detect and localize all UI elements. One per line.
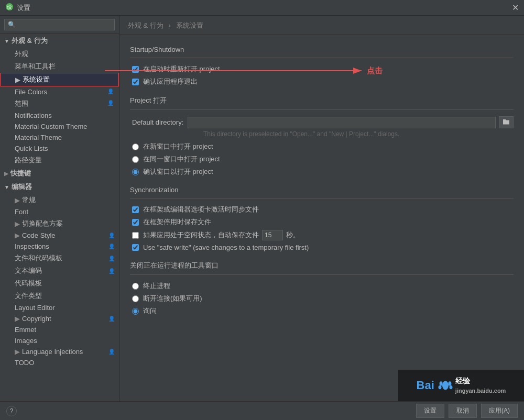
collapse-arrow-shortcuts: ▶ (4, 171, 8, 176)
sidebar-item-code-style-label: Code Style (22, 231, 56, 239)
titlebar: 设 设置 ✕ (0, 0, 524, 16)
sidebar-item-lang-injections[interactable]: ▶ Language Injections 👤 (0, 346, 119, 357)
sidebar-item-notifications[interactable]: Notifications (0, 110, 119, 121)
sidebar-item-quick-lists[interactable]: Quick Lists (0, 143, 119, 154)
reset-button[interactable]: 设置 (416, 404, 444, 418)
sidebar-item-inspections[interactable]: Inspections 👤 (0, 241, 119, 252)
sidebar-item-menubar[interactable]: 菜单和工具栏 (0, 60, 119, 73)
settings-content: Startup/Shutdown 在启动时重新打开 project 确认应用程序… (119, 35, 524, 401)
sidebar-item-material-custom-theme[interactable]: Material Custom Theme (0, 121, 119, 132)
sidebar-item-path-vars[interactable]: 路径变量 (0, 154, 119, 167)
bottom-bar: ? 设置 取消 应用(A) (0, 401, 524, 420)
sidebar-item-layout-editor-label: Layout Editor (15, 304, 55, 312)
close-button[interactable]: ✕ (512, 3, 519, 13)
sync-checkbox-0[interactable] (132, 206, 139, 213)
tools-radio-1[interactable] (132, 295, 139, 302)
startup-section-title: Startup/Shutdown (130, 46, 514, 53)
sync-label-3: Use "safe write" (save changes to a temp… (143, 244, 309, 251)
general-arrow: ▶ (15, 196, 20, 204)
code-style-user-icon: 👤 (108, 233, 115, 238)
project-radio-1[interactable] (132, 156, 139, 163)
folder-button[interactable] (499, 116, 514, 128)
sidebar-item-live-templates[interactable]: 代码模板 (0, 277, 119, 290)
tools-option-2: 询问 (130, 306, 514, 316)
sidebar-item-copyright-label: Copyright (22, 315, 51, 323)
sidebar-item-color-scheme[interactable]: ▶ 切换配色方案 (0, 217, 119, 230)
inspections-user-icon: 👤 (108, 244, 115, 249)
startup-option-0: 在启动时重新打开 project (130, 64, 514, 74)
help-icon[interactable]: ? (6, 406, 17, 416)
tools-section: 关闭正在运行进程的工具窗口 终止进程 断开连接(如果可用) 询问 (130, 261, 514, 316)
baidu-watermark: Bai 经验jingyan.baidu.com (398, 370, 524, 401)
sidebar-item-layout-editor[interactable]: Layout Editor (0, 302, 119, 313)
sidebar-item-live-templates-label: 代码模板 (15, 279, 42, 288)
tools-divider (130, 274, 514, 275)
code-style-arrow: ▶ (15, 231, 20, 239)
sidebar-item-font-label: Font (15, 208, 28, 216)
sidebar-item-material-theme-label: Material Theme (15, 134, 62, 141)
tools-radio-label-1: 断开连接(如果可用) (143, 294, 202, 303)
sidebar-item-copyright[interactable]: ▶ Copyright 👤 (0, 313, 119, 324)
sidebar-item-scope[interactable]: 范围 👤 (0, 97, 119, 110)
project-divider (130, 109, 514, 110)
sidebar-group-editor-label: 编辑器 (12, 182, 32, 192)
svg-point-5 (439, 381, 442, 385)
sidebar-item-appearance[interactable]: 外观 (0, 48, 119, 60)
startup-option-1: 确认应用程序退出 (130, 77, 514, 86)
sidebar-item-lang-injections-label: Language Injections (22, 348, 83, 356)
sidebar-item-file-templates[interactable]: 文件和代码模板 👤 (0, 252, 119, 264)
startup-checkbox-1[interactable] (132, 79, 139, 85)
default-dir-input[interactable] (188, 117, 496, 128)
sidebar-item-encoding-label: 文本编码 (15, 266, 42, 275)
sidebar-group-editor[interactable]: ▼ 编辑器 (0, 180, 119, 194)
tools-radio-2[interactable] (132, 308, 139, 315)
sidebar-item-file-templates-label: 文件和代码模板 (15, 253, 62, 263)
sync-section: Synchronization 在框架或编辑器选项卡激活时同步文件 在框架停用时… (130, 186, 514, 251)
copyright-user-icon: 👤 (108, 316, 115, 322)
project-option-2: 确认窗口以打开 project (130, 167, 514, 176)
sync-section-title: Synchronization (130, 186, 514, 194)
sidebar-item-images[interactable]: Images (0, 335, 119, 346)
sync-label-0: 在框架或编辑器选项卡激活时同步文件 (143, 205, 259, 214)
sidebar-item-emmet[interactable]: Emmet (0, 324, 119, 335)
sidebar-search-area (0, 16, 119, 34)
sidebar-item-file-types[interactable]: 文件类型 (0, 290, 119, 302)
sidebar-group-shortcuts[interactable]: ▶ 快捷键 (0, 167, 119, 180)
sync-checkbox-2[interactable] (132, 232, 139, 239)
collapse-arrow-editor: ▼ (4, 184, 9, 190)
sidebar-item-material-theme[interactable]: Material Theme (0, 132, 119, 143)
project-radio-0[interactable] (132, 143, 139, 150)
color-scheme-arrow: ▶ (15, 220, 20, 228)
sync-option-1: 在框架停用时保存文件 (130, 217, 514, 227)
window-title: 设置 (17, 3, 30, 13)
apply-button[interactable]: 应用(A) (481, 404, 518, 418)
tools-radio-label-0: 终止进程 (143, 281, 170, 291)
sync-checkbox-3[interactable] (132, 244, 139, 251)
project-radio-label-1: 在同一窗口中打开 project (143, 154, 220, 164)
startup-section: Startup/Shutdown 在启动时重新打开 project 确认应用程序… (130, 46, 514, 86)
sidebar-item-font[interactable]: Font (0, 206, 119, 217)
baidu-logo-icon (438, 378, 453, 393)
sync-option-2: 如果应用处于空闲状态，自动保存文件 秒。 (130, 230, 514, 240)
cancel-button[interactable]: 取消 (449, 404, 477, 418)
sidebar-item-material-custom-theme-label: Material Custom Theme (15, 123, 87, 130)
lang-injections-user-icon: 👤 (108, 349, 115, 355)
sidebar-item-menubar-label: 菜单和工具栏 (15, 62, 56, 71)
breadcrumb-part2: 系统设置 (176, 21, 203, 29)
project-radio-2[interactable] (132, 169, 139, 175)
sidebar-item-code-style[interactable]: ▶ Code Style 👤 (0, 230, 119, 241)
sidebar-item-system-settings[interactable]: ▶ 系统设置 (0, 73, 119, 86)
startup-checkbox-0[interactable] (132, 66, 139, 73)
autosave-interval-input[interactable] (262, 230, 283, 240)
search-input[interactable] (4, 19, 115, 30)
tools-radio-0[interactable] (132, 283, 139, 290)
sidebar-group-appearance[interactable]: ▼ 外观 & 行为 (0, 34, 119, 48)
sidebar-item-encoding[interactable]: 文本编码 👤 (0, 264, 119, 277)
project-radio-label-0: 在新窗口中打开 project (143, 142, 213, 151)
sync-checkbox-1[interactable] (132, 219, 139, 226)
svg-point-4 (442, 381, 449, 390)
sidebar-item-todo[interactable]: TODO (0, 357, 119, 368)
sidebar-item-general[interactable]: ▶ 常规 (0, 194, 119, 206)
sidebar-item-file-colors[interactable]: File Colors 👤 (0, 86, 119, 97)
sidebar-item-quick-lists-label: Quick Lists (15, 145, 48, 152)
